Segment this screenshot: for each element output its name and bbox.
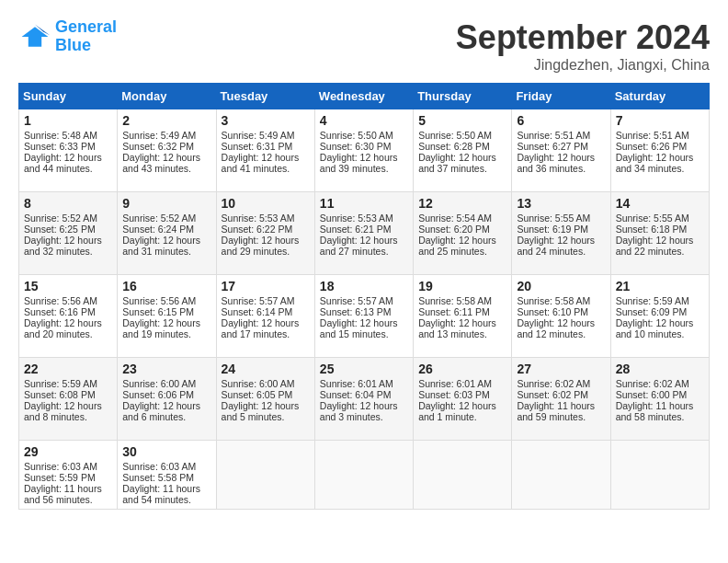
calendar-cell: 19 Sunrise: 5:58 AM Sunset: 6:11 PM Dayl… bbox=[414, 275, 512, 358]
day-number: 30 bbox=[122, 444, 210, 459]
day-number: 2 bbox=[122, 113, 210, 128]
calendar-cell: 30 Sunrise: 6:03 AM Sunset: 5:58 PM Dayl… bbox=[118, 441, 216, 510]
day-number: 5 bbox=[418, 113, 506, 128]
day-number: 7 bbox=[616, 113, 704, 128]
sunset-label: Sunset: 6:06 PM bbox=[122, 389, 194, 400]
daylight-label: Daylight: 12 hours and 32 minutes. bbox=[24, 235, 102, 257]
sunset-label: Sunset: 6:32 PM bbox=[122, 141, 194, 152]
day-number: 1 bbox=[24, 113, 112, 128]
calendar-cell: 29 Sunrise: 6:03 AM Sunset: 5:59 PM Dayl… bbox=[19, 441, 118, 510]
calendar-cell: 17 Sunrise: 5:57 AM Sunset: 6:14 PM Dayl… bbox=[216, 275, 314, 358]
sunset-label: Sunset: 6:27 PM bbox=[517, 141, 588, 152]
sunrise-label: Sunrise: 5:49 AM bbox=[222, 130, 295, 141]
calendar-cell: 21 Sunrise: 5:59 AM Sunset: 6:09 PM Dayl… bbox=[610, 275, 709, 358]
sunset-label: Sunset: 6:09 PM bbox=[616, 306, 688, 317]
sunrise-label: Sunrise: 5:56 AM bbox=[122, 295, 196, 306]
day-number: 10 bbox=[222, 196, 310, 211]
day-number: 18 bbox=[320, 279, 408, 293]
day-number: 13 bbox=[517, 196, 605, 211]
daylight-label: Daylight: 12 hours and 3 minutes. bbox=[320, 400, 398, 422]
calendar-week-row: 8 Sunrise: 5:52 AM Sunset: 6:25 PM Dayli… bbox=[19, 192, 710, 275]
daylight-label: Daylight: 12 hours and 15 minutes. bbox=[320, 317, 398, 339]
calendar-week-row: 22 Sunrise: 5:59 AM Sunset: 6:08 PM Dayl… bbox=[19, 358, 710, 441]
logo: GeneralBlue bbox=[18, 18, 117, 55]
sunset-label: Sunset: 6:00 PM bbox=[616, 389, 688, 400]
daylight-label: Daylight: 12 hours and 27 minutes. bbox=[320, 235, 398, 257]
title-block: September 2024 Jingdezhen, Jiangxi, Chin… bbox=[456, 18, 710, 74]
sunset-label: Sunset: 6:26 PM bbox=[616, 141, 688, 152]
daylight-label: Daylight: 12 hours and 5 minutes. bbox=[222, 400, 300, 422]
calendar-cell bbox=[216, 441, 314, 510]
calendar-cell bbox=[314, 441, 413, 510]
calendar-cell: 22 Sunrise: 5:59 AM Sunset: 6:08 PM Dayl… bbox=[19, 358, 118, 441]
daylight-label: Daylight: 12 hours and 44 minutes. bbox=[24, 152, 102, 174]
day-number: 29 bbox=[24, 444, 112, 459]
sunrise-label: Sunrise: 6:00 AM bbox=[222, 378, 295, 389]
daylight-label: Daylight: 12 hours and 25 minutes. bbox=[418, 235, 496, 257]
day-number: 15 bbox=[24, 279, 112, 293]
sunset-label: Sunset: 6:08 PM bbox=[24, 389, 96, 400]
location-subtitle: Jingdezhen, Jiangxi, China bbox=[456, 57, 710, 74]
daylight-label: Daylight: 12 hours and 13 minutes. bbox=[418, 317, 496, 339]
sunrise-label: Sunrise: 5:58 AM bbox=[418, 295, 492, 306]
sunset-label: Sunset: 6:33 PM bbox=[24, 141, 96, 152]
daylight-label: Daylight: 12 hours and 29 minutes. bbox=[222, 235, 300, 257]
calendar-cell: 23 Sunrise: 6:00 AM Sunset: 6:06 PM Dayl… bbox=[118, 358, 216, 441]
day-number: 21 bbox=[616, 279, 704, 293]
daylight-label: Daylight: 11 hours and 58 minutes. bbox=[616, 400, 694, 422]
calendar-cell: 5 Sunrise: 5:50 AM Sunset: 6:28 PM Dayli… bbox=[414, 109, 512, 192]
calendar-week-row: 15 Sunrise: 5:56 AM Sunset: 6:16 PM Dayl… bbox=[19, 275, 710, 358]
sunset-label: Sunset: 6:11 PM bbox=[418, 306, 490, 317]
calendar-cell: 13 Sunrise: 5:55 AM Sunset: 6:19 PM Dayl… bbox=[512, 192, 610, 275]
daylight-label: Daylight: 12 hours and 43 minutes. bbox=[122, 152, 200, 174]
day-number: 11 bbox=[320, 196, 408, 211]
calendar-cell: 24 Sunrise: 6:00 AM Sunset: 6:05 PM Dayl… bbox=[216, 358, 314, 441]
sunrise-label: Sunrise: 5:59 AM bbox=[24, 378, 97, 389]
sunset-label: Sunset: 6:31 PM bbox=[222, 141, 293, 152]
day-number: 26 bbox=[418, 362, 506, 376]
calendar-cell: 26 Sunrise: 6:01 AM Sunset: 6:03 PM Dayl… bbox=[414, 358, 512, 441]
sunrise-label: Sunrise: 5:49 AM bbox=[122, 130, 196, 141]
sunset-label: Sunset: 6:03 PM bbox=[418, 389, 490, 400]
sunset-label: Sunset: 6:04 PM bbox=[320, 389, 392, 400]
sunset-label: Sunset: 6:19 PM bbox=[517, 224, 588, 235]
day-number: 23 bbox=[122, 362, 210, 376]
sunset-label: Sunset: 5:59 PM bbox=[24, 472, 96, 483]
sunrise-label: Sunrise: 6:03 AM bbox=[122, 461, 196, 472]
calendar-cell: 10 Sunrise: 5:53 AM Sunset: 6:22 PM Dayl… bbox=[216, 192, 314, 275]
daylight-label: Daylight: 12 hours and 39 minutes. bbox=[320, 152, 398, 174]
sunset-label: Sunset: 6:21 PM bbox=[320, 224, 392, 235]
day-number: 6 bbox=[517, 113, 605, 128]
sunset-label: Sunset: 6:28 PM bbox=[418, 141, 490, 152]
calendar-cell: 7 Sunrise: 5:51 AM Sunset: 6:26 PM Dayli… bbox=[610, 109, 709, 192]
calendar-cell bbox=[610, 441, 709, 510]
calendar-cell: 2 Sunrise: 5:49 AM Sunset: 6:32 PM Dayli… bbox=[118, 109, 216, 192]
day-number: 22 bbox=[24, 362, 112, 376]
daylight-label: Daylight: 12 hours and 6 minutes. bbox=[122, 400, 200, 422]
sunrise-label: Sunrise: 6:02 AM bbox=[616, 378, 689, 389]
sunrise-label: Sunrise: 5:55 AM bbox=[616, 213, 689, 224]
calendar-cell: 9 Sunrise: 5:52 AM Sunset: 6:24 PM Dayli… bbox=[118, 192, 216, 275]
daylight-label: Daylight: 12 hours and 37 minutes. bbox=[418, 152, 496, 174]
calendar-cell: 8 Sunrise: 5:52 AM Sunset: 6:25 PM Dayli… bbox=[19, 192, 118, 275]
calendar-cell: 3 Sunrise: 5:49 AM Sunset: 6:31 PM Dayli… bbox=[216, 109, 314, 192]
page-header: GeneralBlue September 2024 Jingdezhen, J… bbox=[18, 18, 710, 74]
sunrise-label: Sunrise: 5:58 AM bbox=[517, 295, 590, 306]
sunrise-label: Sunrise: 5:56 AM bbox=[24, 295, 97, 306]
svg-marker-0 bbox=[22, 27, 49, 47]
calendar-header-row: Sunday Monday Tuesday Wednesday Thursday… bbox=[19, 84, 710, 109]
daylight-label: Daylight: 12 hours and 22 minutes. bbox=[616, 235, 694, 257]
sunrise-label: Sunrise: 5:55 AM bbox=[517, 213, 590, 224]
calendar-cell: 25 Sunrise: 6:01 AM Sunset: 6:04 PM Dayl… bbox=[314, 358, 413, 441]
day-number: 3 bbox=[222, 113, 310, 128]
sunset-label: Sunset: 6:22 PM bbox=[222, 224, 293, 235]
sunrise-label: Sunrise: 5:53 AM bbox=[320, 213, 393, 224]
sunrise-label: Sunrise: 5:50 AM bbox=[418, 130, 492, 141]
day-number: 20 bbox=[517, 279, 605, 293]
sunset-label: Sunset: 6:18 PM bbox=[616, 224, 688, 235]
sunset-label: Sunset: 6:05 PM bbox=[222, 389, 293, 400]
daylight-label: Daylight: 12 hours and 34 minutes. bbox=[616, 152, 694, 174]
sunrise-label: Sunrise: 5:52 AM bbox=[122, 213, 196, 224]
sunrise-label: Sunrise: 5:57 AM bbox=[222, 295, 295, 306]
col-saturday: Saturday bbox=[610, 84, 709, 109]
